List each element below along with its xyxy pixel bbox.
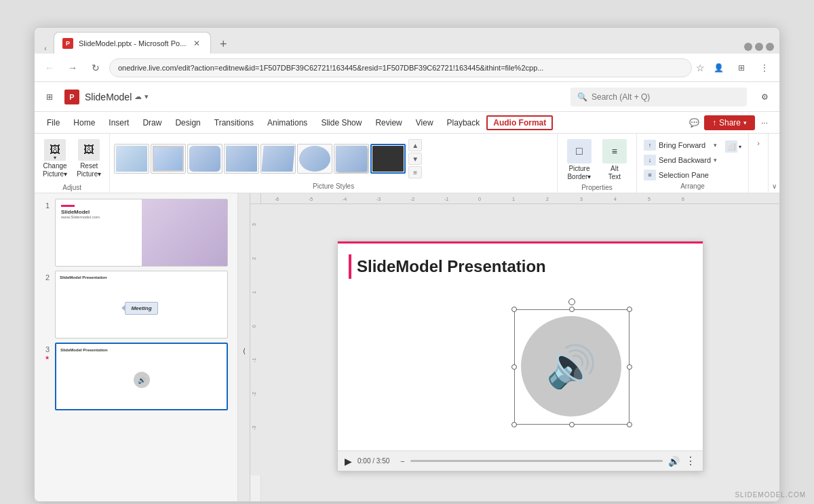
rotate-handle[interactable] — [568, 298, 575, 305]
align-button[interactable]: ⬜ ▾ — [724, 139, 743, 154]
ribbon-expand-button[interactable]: › — [752, 136, 765, 150]
svg-text:-3: -3 — [376, 197, 381, 201]
bring-forward-button[interactable]: ↑ Bring Forward ▾ — [642, 139, 718, 151]
slide-image-3[interactable]: SlideModel Presentation 🔊 — [55, 343, 228, 410]
bring-forward-dropdown[interactable]: ▾ — [714, 142, 717, 149]
browser-more-icon[interactable]: ⋮ — [755, 58, 774, 77]
handle-tm[interactable] — [569, 307, 575, 312]
volume-icon[interactable]: 🔊 — [668, 456, 680, 467]
refresh-button[interactable]: ↻ — [86, 58, 105, 77]
picture-style-1[interactable] — [114, 144, 149, 174]
vertical-ruler: 3 2 1 0 -1 -2 -3 — [250, 204, 261, 502]
tab-bar: ‹ P SlideModel.pptx - Microsoft Po... ✕ … — [35, 28, 779, 54]
svg-text:3: 3 — [252, 223, 256, 226]
menu-review[interactable]: Review — [368, 115, 408, 130]
svg-text:-5: -5 — [309, 197, 313, 201]
menu-design[interactable]: Design — [168, 115, 207, 130]
apps-grid-icon[interactable]: ⊞ — [40, 88, 59, 106]
close-button[interactable] — [766, 43, 774, 51]
picture-style-7[interactable] — [334, 144, 369, 174]
slide-thumbnail-2[interactable]: 2 SlideModel Presentation Meeting — [39, 271, 233, 338]
extensions-icon[interactable]: ⊞ — [732, 58, 751, 77]
forward-button[interactable]: → — [63, 58, 82, 77]
reset-picture-icon: 🖼 — [78, 139, 100, 161]
comments-button[interactable]: 💬 — [685, 113, 704, 132]
styles-scroll-up[interactable]: ▲ — [408, 139, 422, 151]
pink-bar — [349, 254, 351, 279]
menu-slideshow[interactable]: Slide Show — [314, 115, 368, 130]
alt-text-button[interactable]: ≡ AltText — [598, 136, 631, 184]
bookmark-icon[interactable]: ☆ — [696, 62, 705, 73]
handle-tl[interactable] — [511, 307, 517, 312]
menu-view[interactable]: View — [409, 115, 440, 130]
selection-pane-button[interactable]: ≡ Selection Pane — [642, 169, 718, 181]
picture-style-8[interactable] — [370, 144, 406, 174]
settings-icon[interactable]: ⚙ — [755, 88, 774, 106]
ribbon-collapse-button[interactable]: ∨ — [769, 134, 779, 193]
audio-more-button[interactable]: ⋮ — [685, 454, 696, 467]
more-menu-button[interactable]: ··· — [755, 113, 774, 132]
slide-canvas[interactable]: SlideModel Presentation — [337, 241, 703, 471]
picture-style-6[interactable] — [297, 144, 332, 174]
slide-image-2[interactable]: SlideModel Presentation Meeting — [55, 271, 228, 338]
progress-bar[interactable] — [410, 460, 663, 462]
handle-mr[interactable] — [627, 364, 632, 370]
send-backward-button[interactable]: ↓ Send Backward ▾ — [642, 154, 718, 166]
tab-close-button[interactable]: ✕ — [191, 38, 202, 49]
menu-file[interactable]: File — [40, 115, 66, 130]
browser-tab[interactable]: P SlideModel.pptx - Microsoft Po... ✕ — [54, 32, 211, 54]
change-picture-button[interactable]: 🖼 ▾ ChangePicture▾ — [39, 136, 71, 181]
menu-playback[interactable]: Playback — [440, 115, 487, 130]
minimize-button[interactable] — [744, 43, 752, 51]
minus-button[interactable]: − — [400, 457, 404, 465]
back-button[interactable]: ← — [40, 58, 59, 77]
slide-thumbnail-1[interactable]: 1 SlideModel www.Slidemodel.com — [39, 199, 233, 267]
tab-favicon: P — [62, 38, 73, 49]
search-box[interactable]: 🔍 — [570, 88, 747, 106]
menu-audio-format[interactable]: Audio Format — [486, 115, 553, 130]
canvas-row: 3 2 1 0 -1 -2 -3 — [250, 204, 779, 502]
address-input[interactable] — [109, 58, 692, 77]
panel-toggle-button[interactable]: ⟨ — [238, 193, 250, 502]
tab-scroll-left[interactable]: ‹ — [40, 43, 51, 54]
play-button[interactable]: ▶ — [345, 456, 352, 467]
svg-rect-0 — [261, 193, 779, 204]
profile-icon[interactable]: 👤 — [709, 58, 728, 77]
handle-bm[interactable] — [569, 422, 575, 427]
menu-animations[interactable]: Animations — [260, 115, 314, 130]
styles-expand[interactable]: ≡ — [408, 166, 422, 178]
svg-text:-1: -1 — [252, 358, 256, 362]
styles-scroll-down[interactable]: ▼ — [408, 153, 422, 165]
svg-text:-3: -3 — [252, 426, 256, 430]
main-content: 1 SlideModel www.Slidemodel.com 2 Sl — [35, 193, 779, 502]
maximize-button[interactable] — [755, 43, 763, 51]
picture-border-button[interactable]: □ PictureBorder▾ — [563, 136, 596, 184]
handle-bl[interactable] — [511, 422, 517, 427]
svg-text:1: 1 — [252, 291, 256, 294]
audio-controls: ▶ 0:00 / 3:50 − 🔊 ⋮ — [338, 450, 703, 471]
slide-thumbnail-3[interactable]: 3 ★ SlideModel Presentation 🔊 — [39, 343, 233, 410]
send-backward-dropdown[interactable]: ▾ — [714, 157, 717, 163]
search-input[interactable] — [592, 92, 740, 102]
slide-image-1[interactable]: SlideModel www.Slidemodel.com — [55, 199, 228, 267]
menu-transitions[interactable]: Transitions — [208, 115, 260, 130]
picture-style-3[interactable] — [187, 144, 222, 174]
share-button[interactable]: ↑ Share ▾ — [704, 115, 755, 130]
send-backward-icon: ↓ — [644, 155, 656, 166]
reset-picture-button[interactable]: 🖼 ResetPicture▾ — [73, 136, 105, 181]
picture-style-5[interactable] — [260, 144, 296, 174]
audio-icon-wrapper[interactable]: 🔊 — [514, 309, 629, 425]
svg-text:3: 3 — [580, 197, 583, 201]
menu-home[interactable]: Home — [66, 115, 102, 130]
svg-text:4: 4 — [614, 197, 617, 201]
handle-ml[interactable] — [511, 364, 517, 370]
menu-draw[interactable]: Draw — [136, 115, 168, 130]
menu-insert[interactable]: Insert — [102, 115, 136, 130]
arrange-title: Arrange — [642, 182, 743, 190]
handle-tr[interactable] — [627, 307, 632, 312]
picture-style-2[interactable] — [151, 144, 186, 174]
app-bar: ⊞ P SlideModel ☁ ▾ 🔍 ⚙ — [35, 82, 779, 112]
picture-style-4[interactable] — [224, 144, 259, 174]
handle-br[interactable] — [627, 422, 632, 427]
new-tab-button[interactable]: + — [214, 35, 233, 54]
